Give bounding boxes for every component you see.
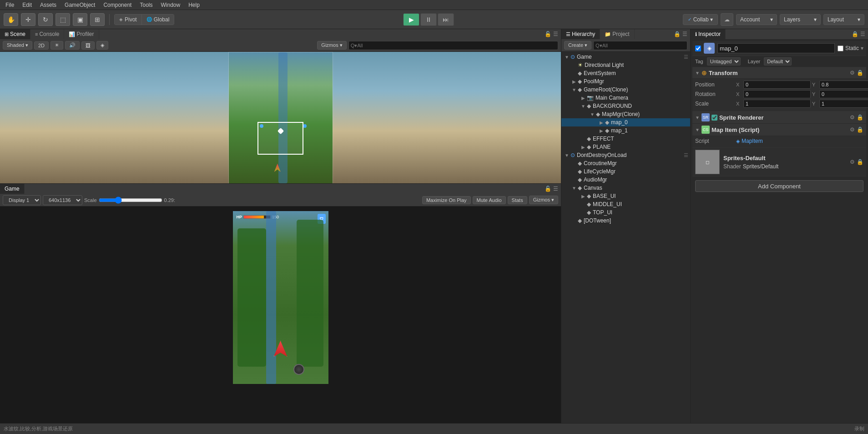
pause-button[interactable]: ⏸: [420, 13, 437, 26]
hierarchy-search[interactable]: [593, 41, 687, 50]
hierarchy-item-effect[interactable]: ◆ EFFECT: [561, 135, 690, 143]
hierarchy-item-audiomgr[interactable]: ◆ AudioMgr: [561, 176, 690, 184]
scene-fx-btn[interactable]: 🖼: [81, 41, 95, 50]
handle-tr[interactable]: [303, 124, 307, 128]
game-menu-icon[interactable]: ☰: [553, 186, 558, 192]
hierarchy-item-maincamera[interactable]: ▶ 📷 Main Camera: [561, 94, 690, 102]
maximize-on-play[interactable]: Maximize On Play: [422, 196, 471, 204]
layer-select[interactable]: Default: [764, 57, 792, 66]
arrow-dontdestroy[interactable]: ▼: [563, 153, 570, 158]
scale-tool[interactable]: ⬚: [56, 13, 70, 26]
menu-window[interactable]: Window: [157, 1, 184, 9]
scale-x-input[interactable]: [743, 100, 811, 108]
mute-audio[interactable]: Mute Audio: [473, 196, 506, 204]
game-view[interactable]: HP 150 🛡: [0, 207, 561, 434]
tab-hierarchy[interactable]: ☰ Hierarchy: [561, 29, 600, 39]
scene-audio-btn[interactable]: 🔊: [65, 41, 80, 50]
layout-dropdown[interactable]: Layout ▾: [823, 14, 864, 25]
rect-tool[interactable]: ▣: [73, 13, 87, 26]
step-button[interactable]: ⏭: [438, 13, 454, 26]
arrow-map0[interactable]: ▶: [598, 120, 605, 125]
collab-button[interactable]: ✓ Collab ▾: [683, 14, 718, 25]
hierarchy-item-middle-ui[interactable]: ◆ MIDDLE_UI: [561, 200, 690, 208]
inspector-menu-icon[interactable]: ☰: [860, 31, 865, 37]
static-dropdown-arrow[interactable]: ▾: [861, 45, 863, 51]
hierarchy-item-base-ui[interactable]: ▶ ◆ BASE_UI: [561, 192, 690, 200]
arrow-map1[interactable]: ▶: [598, 128, 605, 133]
cloud-button[interactable]: ☁: [721, 13, 733, 26]
map-item-header[interactable]: ▼ CS Map Item (Script) ⚙ 🔒: [692, 124, 866, 136]
hierarchy-item-directional-light[interactable]: ☀ Directional Light: [561, 61, 690, 69]
scene-menu-icon[interactable]: ☰: [553, 31, 558, 37]
hierarchy-menu-icon[interactable]: ☰: [682, 31, 687, 37]
hierarchy-item-lifecyclemgr[interactable]: ◆ LifeCycleMgr: [561, 167, 690, 176]
scene-lights-btn[interactable]: ☀: [50, 41, 63, 50]
tab-project[interactable]: 📁 Project: [600, 29, 634, 39]
pos-y-input[interactable]: [819, 81, 868, 89]
hierarchy-item-background[interactable]: ▼ ◆ BACKGROUND: [561, 102, 690, 110]
scale-y-input[interactable]: [819, 100, 868, 108]
arrow-mapmgr[interactable]: ▼: [589, 112, 596, 117]
menu-gameobject[interactable]: GameObject: [61, 1, 99, 9]
sprite-renderer-checkbox[interactable]: [712, 115, 717, 121]
hierarchy-item-coroutinemgr[interactable]: ◆ CoroutineMgr: [561, 159, 690, 167]
arrow-canvas[interactable]: ▼: [570, 186, 578, 191]
arrow-plane[interactable]: ▶: [580, 145, 587, 150]
scene-extra-btn[interactable]: ◈: [96, 41, 108, 50]
create-btn[interactable]: Create ▾: [564, 41, 591, 50]
static-checkbox[interactable]: [838, 45, 843, 51]
rot-x-input[interactable]: [743, 90, 811, 98]
transform-settings-icon[interactable]: ⚙: [850, 70, 855, 76]
tab-game[interactable]: Game: [0, 184, 25, 194]
menu-help[interactable]: Help: [185, 1, 203, 9]
menu-file[interactable]: File: [2, 1, 18, 9]
pos-x-input[interactable]: [743, 81, 811, 89]
arrow-gameroot[interactable]: ▼: [570, 87, 578, 92]
pivot-btn[interactable]: ◈ Pivot: [115, 15, 142, 25]
hierarchy-item-poolmgr[interactable]: ▶ ◆ PoolMgr: [561, 77, 690, 86]
object-active-checkbox[interactable]: [695, 45, 701, 51]
tab-console[interactable]: ≡ Console: [30, 29, 64, 39]
hierarchy-item-dontdestroy[interactable]: ▼ ⊙ DontDestroyOnLoad ☰: [561, 151, 690, 159]
scene-search[interactable]: [348, 41, 558, 50]
object-name-input[interactable]: [717, 43, 835, 53]
rotate-tool[interactable]: ↻: [38, 13, 53, 26]
hierarchy-item-map0[interactable]: ▶ ◆ map_0: [561, 118, 690, 126]
arrow-base-ui[interactable]: ▶: [580, 194, 587, 199]
script-ref-value[interactable]: MapItem: [742, 138, 763, 144]
global-btn[interactable]: 🌐 Global: [142, 15, 174, 25]
menu-component[interactable]: Component: [100, 1, 135, 9]
hierarchy-item-map1[interactable]: ▶ ◆ map_1: [561, 126, 690, 135]
menu-edit[interactable]: Edit: [19, 1, 35, 9]
menu-assets[interactable]: Assets: [36, 1, 60, 9]
move-tool[interactable]: ✛: [21, 13, 35, 26]
arrow-background[interactable]: ▼: [580, 104, 587, 109]
transform-tool[interactable]: ⊞: [90, 13, 105, 26]
rot-y-input[interactable]: [819, 90, 868, 98]
2d-button[interactable]: 2D: [34, 41, 49, 50]
sprites-default-settings-icon[interactable]: ⚙: [850, 159, 855, 165]
menu-tools[interactable]: Tools: [136, 1, 156, 9]
hierarchy-item-gameroot[interactable]: ▼ ◆ GameRoot(Clone): [561, 86, 690, 94]
play-button[interactable]: ▶: [403, 13, 419, 26]
stats-btn[interactable]: Stats: [508, 196, 527, 204]
gizmos-dropdown[interactable]: Gizmos ▾: [317, 41, 346, 50]
scene-view[interactable]: [0, 52, 561, 183]
account-dropdown[interactable]: Account ▾: [736, 14, 777, 25]
hierarchy-item-canvas[interactable]: ▼ ◆ Canvas: [561, 184, 690, 192]
hierarchy-item-top-ui[interactable]: ◆ TOP_UI: [561, 208, 690, 217]
tab-profiler[interactable]: 📊 Profiler: [64, 29, 99, 39]
hierarchy-item-game[interactable]: ▼ ⊙ Game ☰: [561, 53, 690, 61]
add-component-button[interactable]: Add Component: [695, 180, 863, 192]
game-gizmos[interactable]: Gizmos ▾: [529, 196, 558, 204]
tag-select[interactable]: Untagged: [707, 57, 741, 66]
tab-scene[interactable]: ⊞ Scene: [0, 29, 30, 39]
arrow-game[interactable]: ▼: [563, 55, 570, 60]
scale-slider[interactable]: [99, 197, 162, 204]
sprite-renderer-settings-icon[interactable]: ⚙: [850, 114, 855, 121]
hierarchy-item-mapmgr[interactable]: ▼ ◆ MapMgr(Clone): [561, 110, 690, 118]
hierarchy-item-dotween[interactable]: ◆ [DOTween]: [561, 217, 690, 225]
hierarchy-content[interactable]: ▼ ⊙ Game ☰ ☀ Directional Light ◆ EventSy…: [561, 52, 690, 434]
resolution-select[interactable]: 640x1136: [43, 195, 82, 205]
arrow-maincamera[interactable]: ▶: [580, 96, 587, 101]
